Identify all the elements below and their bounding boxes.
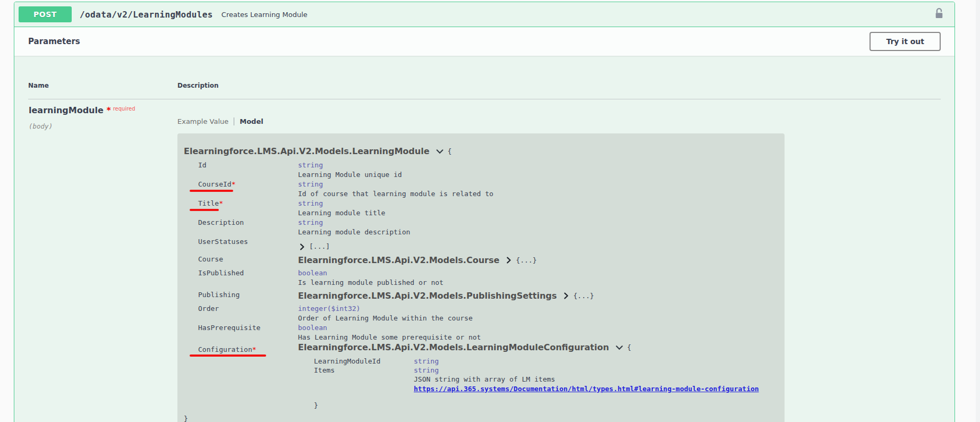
tab-example-value[interactable]: Example Value [177, 117, 228, 125]
parameter-location: (body) [29, 122, 135, 130]
property-name: Title* [198, 199, 298, 218]
documentation-link[interactable]: https://api.365.systems/Documentation/ht… [414, 384, 759, 394]
property-name: HasPrerequisite [198, 323, 298, 342]
open-brace: { [627, 342, 632, 352]
red-annotation-underline [190, 209, 219, 211]
collapsed-braces: {...} [516, 255, 536, 265]
collapsed-array: [...] [309, 243, 330, 250]
tab-model[interactable]: Model [240, 117, 263, 125]
property-description: Order of Learning Module within the cour… [298, 314, 778, 323]
endpoint-path: /odata/v2/LearningModules [80, 10, 213, 20]
ref-model-title: Elearningforce.LMS.Api.V2.Models.Publish… [298, 291, 557, 301]
model-row-title: Title* string Learning module title [198, 199, 778, 218]
model-box: Elearningforce.LMS.Api.V2.Models.Learnin… [177, 133, 785, 422]
property-description: Learning Module unique id [298, 170, 778, 180]
model-row-hasprerequisite: HasPrerequisite boolean Has Learning Mod… [198, 323, 778, 342]
page-scrollbar[interactable] [976, 0, 980, 422]
property-name: Publishing [198, 288, 298, 304]
property-type: boolean [298, 323, 778, 333]
property-name: Course [198, 252, 298, 268]
nested-model-rows: LearningModuleId string Items string JSO… [314, 357, 778, 410]
collapsed-braces: {...} [573, 291, 594, 301]
model-close-brace: } [184, 414, 778, 422]
model-row-course: Course Elearningforce.LMS.Api.V2.Models.… [198, 252, 778, 268]
model-row-id: Id string Learning Module unique id [198, 161, 778, 180]
chevron-down-icon[interactable] [435, 147, 445, 156]
model-title: Elearningforce.LMS.Api.V2.Models.Learnin… [184, 146, 430, 156]
property-description: Learning module title [298, 208, 778, 218]
ref-model-title: Elearningforce.LMS.Api.V2.Models.Course [298, 255, 499, 265]
chevron-right-icon[interactable] [298, 243, 306, 251]
operation-block: POST /odata/v2/LearningModules Creates L… [14, 2, 955, 422]
property-description: Id of course that learning module is rel… [298, 189, 778, 199]
model-row-description: Description string Learning module descr… [198, 218, 778, 237]
parameters-section-header: Parameters Try it out [14, 27, 955, 56]
property-name: Id [198, 161, 298, 180]
tab-separator [234, 117, 234, 125]
model-row-configuration: Configuration* Elearningforce.LMS.Api.V2… [198, 342, 778, 410]
red-annotation-underline [190, 355, 266, 357]
schema-tabs: Example Value Model [177, 117, 263, 125]
parameters-table: Name Description learningModule*required… [14, 56, 955, 421]
property-type: string [298, 161, 778, 170]
property-type: string [298, 180, 778, 189]
property-type: integer($int32) [298, 304, 778, 314]
nested-model-title: Elearningforce.LMS.Api.V2.Models.Learnin… [298, 342, 609, 352]
property-name: Configuration* [198, 342, 298, 410]
chevron-right-icon[interactable] [505, 256, 513, 264]
model-row-order: Order integer($int32) Order of Learning … [198, 304, 778, 323]
table-header-divider [28, 99, 941, 99]
nested-close-brace: } [314, 401, 778, 410]
http-method-badge: POST [19, 6, 72, 22]
property-description: JSON string with array of LM items [414, 375, 778, 384]
unlocked-padlock-icon [934, 7, 944, 22]
parameters-title: Parameters [28, 37, 80, 46]
property-type: string [414, 357, 778, 366]
chevron-down-icon[interactable] [615, 343, 624, 352]
nested-model-title-row: Elearningforce.LMS.Api.V2.Models.Learnin… [298, 342, 778, 352]
property-type: boolean [298, 268, 778, 278]
property-description: Has Learning Module some prerequisite or… [298, 333, 778, 342]
parameter-name-cell: learningModule*required (body) [29, 105, 135, 130]
property-name: LearningModuleId [314, 357, 414, 366]
model-row-userstatuses: UserStatuses [...] [198, 237, 778, 252]
property-name: Description [198, 218, 298, 237]
property-name: Items [314, 366, 414, 394]
model-row-ispublished: IsPublished boolean Is learning module p… [198, 268, 778, 288]
property-description: Is learning module published or not [298, 278, 778, 288]
required-asterisk: * [107, 106, 111, 115]
name-column-header: Name [28, 82, 49, 89]
operation-summary[interactable]: POST /odata/v2/LearningModules Creates L… [14, 2, 955, 27]
auth-lock-button[interactable] [934, 7, 944, 22]
model-rows: Id string Learning Module unique id Cour… [198, 161, 778, 422]
chevron-right-icon[interactable] [562, 292, 570, 300]
property-name: UserStatuses [198, 237, 298, 252]
model-row-learningmoduleid: LearningModuleId string [314, 357, 778, 366]
property-name: CourseId* [198, 180, 298, 199]
open-brace: { [448, 146, 452, 156]
model-row-courseid: CourseId* string Id of course that learn… [198, 180, 778, 199]
parameter-name: learningModule [29, 105, 104, 115]
try-it-out-button[interactable]: Try it out [870, 32, 941, 51]
property-description: Learning module description [298, 227, 778, 237]
required-asterisk: * [219, 199, 223, 207]
property-name: Order [198, 304, 298, 323]
model-title-row: Elearningforce.LMS.Api.V2.Models.Learnin… [184, 146, 778, 156]
model-row-publishing: Publishing Elearningforce.LMS.Api.V2.Mod… [198, 288, 778, 304]
required-asterisk: * [252, 345, 257, 353]
description-column-header: Description [177, 82, 219, 89]
required-label: required [113, 106, 135, 112]
property-name: IsPublished [198, 268, 298, 288]
property-type: string [298, 199, 778, 208]
red-annotation-underline [190, 190, 233, 192]
required-asterisk: * [232, 180, 236, 188]
property-type: string [298, 218, 778, 227]
property-type: string [414, 366, 778, 375]
endpoint-summary: Creates Learning Module [221, 11, 308, 19]
model-row-items: Items string JSON string with array of L… [314, 366, 778, 394]
